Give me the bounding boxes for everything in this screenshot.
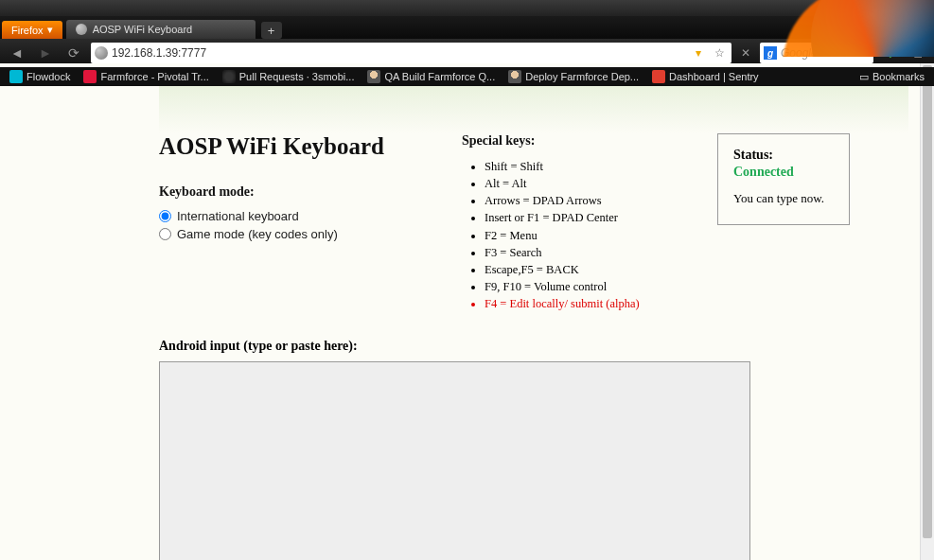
firefox-label: Firefox xyxy=(11,25,44,36)
list-item: Insert or F1 = DPAD Center xyxy=(485,209,679,226)
bookmark-deploy[interactable]: Deploy Farmforce Dep... xyxy=(502,68,644,85)
mode-option-international[interactable]: International keyboard xyxy=(159,209,424,223)
list-item: F3 = Search xyxy=(485,244,679,261)
list-item: Arrows = DPAD Arrows xyxy=(485,192,679,209)
tab-aosp[interactable]: AOSP WiFi Keyboard xyxy=(66,20,256,39)
list-item: F9, F10 = Volume control xyxy=(485,278,679,295)
tab-strip: Firefox ▾ AOSP WiFi Keyboard + xyxy=(0,16,934,39)
stop-button[interactable]: ✕ xyxy=(737,44,754,61)
android-input[interactable] xyxy=(159,361,750,560)
special-keys-list: Shift = Shift Alt = Alt Arrows = DPAD Ar… xyxy=(462,158,679,312)
status-value: Connected xyxy=(733,165,834,180)
status-box: Status: Connected You can type now. xyxy=(717,133,850,225)
chevron-down-icon: ▾ xyxy=(47,24,53,36)
mode-heading: Keyboard mode: xyxy=(159,184,424,200)
forward-button[interactable]: ► xyxy=(34,42,57,64)
radio-game[interactable] xyxy=(159,228,171,240)
pivotal-icon xyxy=(83,70,97,83)
vertical-scrollbar[interactable] xyxy=(920,63,934,560)
input-label: Android input (type or paste here): xyxy=(159,339,908,354)
site-identity-icon[interactable] xyxy=(95,46,108,60)
downloads-button[interactable]: ⬇ xyxy=(879,42,902,64)
status-message: You can type now. xyxy=(733,191,834,207)
new-tab-button[interactable]: + xyxy=(261,22,282,39)
list-item: F4 = Edit locally/ submit (alpha) xyxy=(485,295,679,312)
bookmarks-toolbar: Flowdock Farmforce - Pivotal Tr... Pull … xyxy=(0,67,934,86)
list-item: Shift = Shift xyxy=(485,158,679,175)
bookmark-sentry[interactable]: Dashboard | Sentry xyxy=(646,68,765,85)
reader-icon[interactable]: ☆ xyxy=(711,44,728,61)
search-box[interactable]: g Google xyxy=(760,43,873,63)
scrollbar-thumb[interactable] xyxy=(923,65,932,538)
reload-button[interactable]: ⟳ xyxy=(62,42,85,64)
person-icon xyxy=(508,70,521,83)
person-icon xyxy=(367,70,380,83)
globe-icon xyxy=(76,24,87,35)
page-content: AOSP WiFi Keyboard Keyboard mode: Intern… xyxy=(142,63,908,560)
home-button[interactable]: ⌂ xyxy=(908,43,928,63)
close-button[interactable]: ✕ xyxy=(908,1,934,15)
back-button[interactable]: ◄ xyxy=(6,42,28,64)
window-titlebar: ─ ▭ ✕ xyxy=(0,0,934,16)
google-icon: g xyxy=(764,46,777,60)
bookmark-flowdock[interactable]: Flowdock xyxy=(4,68,76,85)
page-title: AOSP WiFi Keyboard xyxy=(159,133,424,160)
github-icon xyxy=(222,70,236,83)
list-item: Alt = Alt xyxy=(485,175,679,192)
list-item: F2 = Menu xyxy=(485,227,679,244)
list-item: Escape,F5 = BACK xyxy=(485,261,679,278)
status-label: Status: xyxy=(733,148,834,163)
search-placeholder: Google xyxy=(781,46,818,60)
bookmark-qa[interactable]: QA Build Farmforce Q... xyxy=(361,68,501,85)
feed-icon[interactable]: ▾ xyxy=(690,44,707,61)
url-bar[interactable]: ▾ ☆ xyxy=(91,43,731,63)
minimize-button[interactable]: ─ xyxy=(853,1,879,15)
bookmark-pivotal[interactable]: Farmforce - Pivotal Tr... xyxy=(78,68,214,85)
maximize-button[interactable]: ▭ xyxy=(880,1,907,15)
flowdock-icon xyxy=(9,70,23,83)
bookmarks-menu-button[interactable]: ▭Bookmarks xyxy=(854,69,930,85)
radio-international[interactable] xyxy=(159,210,171,222)
mode-option-game[interactable]: Game mode (key codes only) xyxy=(159,227,424,241)
sentry-icon xyxy=(652,70,665,83)
bookmark-github[interactable]: Pull Requests · 3smobi... xyxy=(217,68,361,85)
special-keys-heading: Special keys: xyxy=(462,133,679,149)
tab-title: AOSP WiFi Keyboard xyxy=(93,24,193,35)
url-input[interactable] xyxy=(112,46,686,60)
bookmarks-icon: ▭ xyxy=(859,71,869,83)
firefox-menu-button[interactable]: Firefox ▾ xyxy=(2,21,62,39)
page-viewport: AOSP WiFi Keyboard Keyboard mode: Intern… xyxy=(0,63,934,560)
